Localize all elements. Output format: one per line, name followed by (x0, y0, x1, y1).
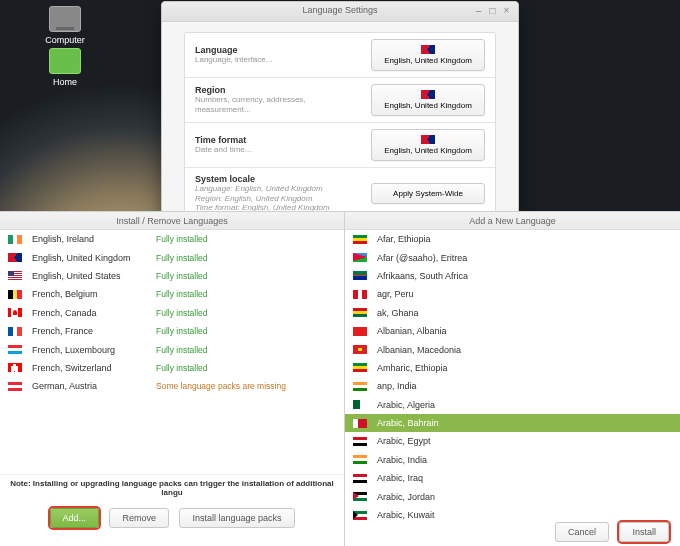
cancel-button[interactable]: Cancel (555, 522, 609, 542)
list-item[interactable]: French, BelgiumFully installed (0, 285, 344, 303)
flag-icon (8, 290, 22, 299)
list-item[interactable]: Arabic, Egypt (345, 432, 680, 450)
language-name: Afar (@saaho), Eritrea (377, 253, 672, 263)
row-subtitle: Language, interface... (195, 55, 363, 65)
language-name: English, Ireland (32, 234, 156, 244)
language-name: English, United States (32, 271, 156, 281)
locale-selector-button[interactable]: English, United Kingdom (371, 129, 485, 161)
flag-icon (353, 492, 367, 501)
maximize-button[interactable]: □ (487, 6, 498, 17)
list-item[interactable]: Arabic, Jordan (345, 487, 680, 505)
row-subtitle: Numbers, currency, addresses, measuremen… (195, 95, 363, 114)
button-label: Apply System-Wide (393, 189, 463, 198)
install-status: Some language packs are missing (156, 381, 336, 391)
folder-icon (49, 48, 81, 74)
language-name: German, Austria (32, 381, 156, 391)
install-button[interactable]: Install (619, 522, 669, 542)
language-name: Amharic, Ethiopia (377, 363, 672, 373)
right-button-row: Cancel Install (552, 521, 672, 542)
desktop-icon-home[interactable]: Home (38, 48, 92, 87)
list-item[interactable]: ak, Ghana (345, 304, 680, 322)
list-item[interactable]: Arabic, Algeria (345, 396, 680, 414)
list-item[interactable]: Arabic, India (345, 451, 680, 469)
flag-icon (353, 290, 367, 299)
flag-icon (353, 400, 367, 409)
language-name: French, France (32, 326, 156, 336)
available-languages-list[interactable]: Afar, EthiopiaAfar (@saaho), EritreaAfri… (345, 230, 680, 525)
flag-icon (353, 345, 367, 354)
install-remove-panel: Install / Remove Languages English, Irel… (0, 211, 345, 546)
installed-languages-list[interactable]: English, IrelandFully installedEnglish, … (0, 230, 344, 474)
settings-row: LanguageLanguage, interface...English, U… (185, 33, 495, 78)
list-item[interactable]: Amharic, Ethiopia (345, 359, 680, 377)
language-name: Afrikaans, South Africa (377, 271, 672, 281)
install-language-packs-button[interactable]: Install language packs (179, 508, 294, 528)
list-item[interactable]: Albanian, Albania (345, 322, 680, 340)
list-item[interactable]: English, IrelandFully installed (0, 230, 344, 248)
locale-selector-button[interactable]: English, United Kingdom (371, 39, 485, 71)
install-note: Note: Installing or upgrading language p… (0, 474, 344, 501)
language-name: Albanian, Albania (377, 326, 672, 336)
button-label: English, United Kingdom (384, 101, 472, 110)
language-name: agr, Peru (377, 289, 672, 299)
flag-icon (8, 363, 22, 372)
language-name: Arabic, Bahrain (377, 418, 672, 428)
apply-system-wide-button[interactable]: Apply System-Wide (371, 183, 485, 204)
flag-icon (353, 363, 367, 372)
flag-icon (353, 308, 367, 317)
language-name: English, United Kingdom (32, 253, 156, 263)
panel-title: Add a New Language (345, 212, 680, 230)
button-label: English, United Kingdom (384, 56, 472, 65)
flag-icon (353, 253, 367, 262)
language-name: anp, India (377, 381, 672, 391)
row-title: Region (195, 85, 363, 95)
list-item[interactable]: French, SwitzerlandFully installed (0, 359, 344, 377)
flag-icon (8, 382, 22, 391)
language-name: Albanian, Macedonia (377, 345, 672, 355)
language-name: French, Luxembourg (32, 345, 156, 355)
install-status: Fully installed (156, 271, 336, 281)
flag-icon (353, 455, 367, 464)
list-item[interactable]: English, United KingdomFully installed (0, 248, 344, 266)
window-title: Language Settings (162, 5, 518, 15)
language-name: French, Canada (32, 308, 156, 318)
titlebar[interactable]: Language Settings – □ × (162, 2, 518, 22)
language-name: French, Switzerland (32, 363, 156, 373)
list-item[interactable]: Afar (@saaho), Eritrea (345, 248, 680, 266)
flag-icon (8, 345, 22, 354)
flag-icon (8, 271, 22, 280)
desktop-icon-label: Computer (38, 35, 92, 45)
row-title: Language (195, 45, 363, 55)
remove-button[interactable]: Remove (109, 508, 169, 528)
flag-icon (353, 271, 367, 280)
settings-row: RegionNumbers, currency, addresses, meas… (185, 78, 495, 123)
list-item[interactable]: English, United StatesFully installed (0, 267, 344, 285)
list-item[interactable]: Afrikaans, South Africa (345, 267, 680, 285)
desktop-icon-computer[interactable]: Computer (38, 6, 92, 45)
row-title: System locale (195, 174, 363, 184)
flag-icon (353, 327, 367, 336)
list-item[interactable]: French, CanadaFully installed (0, 304, 344, 322)
list-item[interactable]: agr, Peru (345, 285, 680, 303)
language-name: ak, Ghana (377, 308, 672, 318)
list-item[interactable]: French, LuxembourgFully installed (0, 340, 344, 358)
add-button[interactable]: Add... (50, 508, 100, 528)
list-item[interactable]: German, AustriaSome language packs are m… (0, 377, 344, 395)
close-button[interactable]: × (501, 6, 512, 17)
list-item[interactable]: Afar, Ethiopia (345, 230, 680, 248)
locale-selector-button[interactable]: English, United Kingdom (371, 84, 485, 116)
list-item[interactable]: Albanian, Macedonia (345, 340, 680, 358)
flag-icon (353, 511, 367, 520)
settings-row: Time formatDate and time...English, Unit… (185, 123, 495, 168)
list-item[interactable]: Arabic, Iraq (345, 469, 680, 487)
flag-icon (8, 253, 22, 262)
list-item[interactable]: anp, India (345, 377, 680, 395)
computer-icon (49, 6, 81, 32)
list-item[interactable]: French, FranceFully installed (0, 322, 344, 340)
language-name: Arabic, Jordan (377, 492, 672, 502)
minimize-button[interactable]: – (473, 6, 484, 17)
desktop-icon-label: Home (38, 77, 92, 87)
install-status: Fully installed (156, 308, 336, 318)
flag-icon (353, 437, 367, 446)
list-item[interactable]: Arabic, Bahrain (345, 414, 680, 432)
